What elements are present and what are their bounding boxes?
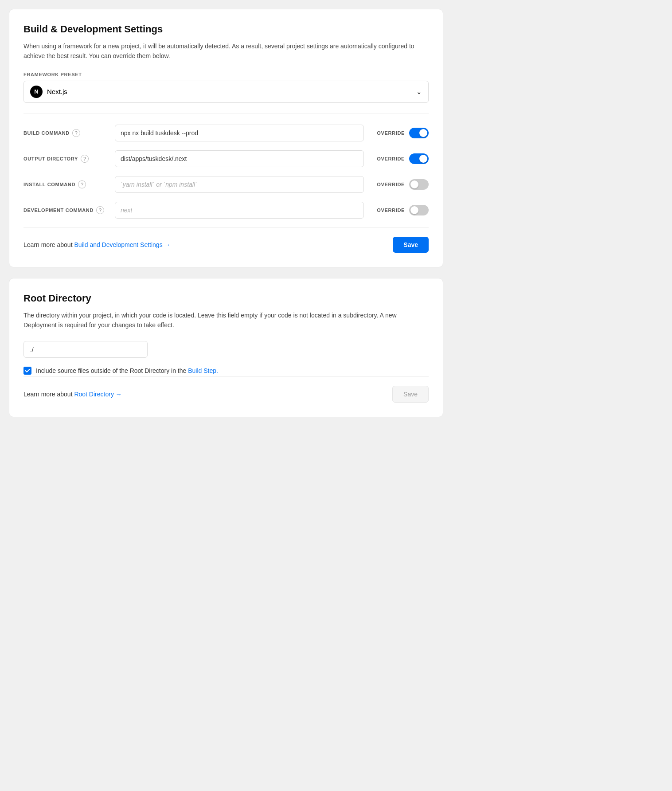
root-directory-learn-more-link[interactable]: Root Directory → <box>74 391 121 398</box>
checkmark-icon <box>25 368 30 373</box>
build-command-override-label: OVERRIDE <box>377 130 405 136</box>
development-command-label: DEVELOPMENT COMMAND <box>23 208 94 213</box>
development-command-row: DEVELOPMENT COMMAND ? OVERRIDE <box>23 202 429 219</box>
build-command-label-group: BUILD COMMAND ? <box>23 129 108 137</box>
output-directory-help-icon[interactable]: ? <box>81 155 89 163</box>
settings-rows: BUILD COMMAND ? OVERRIDE OUTPUT DIRECTOR… <box>23 125 429 219</box>
install-command-row: INSTALL COMMAND ? OVERRIDE <box>23 176 429 193</box>
output-directory-row: OUTPUT DIRECTORY ? OVERRIDE <box>23 150 429 167</box>
checkbox-text: Include source files outside of the Root… <box>36 367 188 374</box>
development-command-override-group: OVERRIDE <box>371 205 429 215</box>
include-source-checkbox[interactable] <box>23 367 31 375</box>
install-command-label-group: INSTALL COMMAND ? <box>23 180 108 188</box>
development-command-toggle-thumb <box>410 206 418 214</box>
build-dev-card: Build & Development Settings When using … <box>9 9 443 267</box>
install-command-help-icon[interactable]: ? <box>78 180 86 188</box>
development-command-label-group: DEVELOPMENT COMMAND ? <box>23 206 108 214</box>
build-command-input[interactable] <box>115 125 364 141</box>
development-command-override-label: OVERRIDE <box>377 208 405 213</box>
output-directory-label-group: OUTPUT DIRECTORY ? <box>23 155 108 163</box>
build-dev-description: When using a framework for a new project… <box>23 41 429 61</box>
build-dev-learn-more: Learn more about Build and Development S… <box>23 241 171 249</box>
build-step-link[interactable]: Build Step. <box>188 367 218 374</box>
development-command-help-icon[interactable]: ? <box>96 206 104 214</box>
root-directory-learn-more: Learn more about Root Directory → <box>23 390 122 398</box>
build-command-toggle-thumb <box>419 129 427 137</box>
build-dev-title: Build & Development Settings <box>23 23 429 35</box>
install-command-override-label: OVERRIDE <box>377 182 405 187</box>
install-command-toggle-thumb <box>410 180 418 188</box>
root-directory-card: Root Directory The directory within your… <box>9 278 443 417</box>
install-command-toggle[interactable] <box>409 179 429 190</box>
build-command-toggle[interactable] <box>409 128 429 138</box>
framework-preset-field: FRAMEWORK PRESET N Next.js ⌄ <box>23 72 429 103</box>
root-directory-learn-more-text: Learn more about <box>23 391 74 398</box>
build-command-help-icon[interactable]: ? <box>72 129 80 137</box>
build-command-row: BUILD COMMAND ? OVERRIDE <box>23 125 429 141</box>
output-directory-toggle-thumb <box>419 155 427 163</box>
root-directory-title: Root Directory <box>23 293 429 304</box>
build-dev-footer: Learn more about Build and Development S… <box>23 227 429 253</box>
development-command-input[interactable] <box>115 202 364 219</box>
framework-value: Next.js <box>47 88 67 95</box>
nextjs-icon: N <box>30 86 43 98</box>
output-directory-toggle[interactable] <box>409 153 429 164</box>
root-directory-save-button: Save <box>392 386 429 403</box>
development-command-toggle[interactable] <box>409 205 429 215</box>
output-directory-label: OUTPUT DIRECTORY <box>23 156 78 161</box>
checkbox-label: Include source files outside of the Root… <box>36 367 218 374</box>
build-dev-learn-more-link[interactable]: Build and Development Settings → <box>74 241 170 248</box>
chevron-down-icon: ⌄ <box>416 88 422 96</box>
root-directory-description: The directory within your project, in wh… <box>23 310 429 330</box>
root-directory-footer: Learn more about Root Directory → Save <box>23 376 429 403</box>
output-directory-override-label: OVERRIDE <box>377 156 405 161</box>
framework-preset-select[interactable]: N Next.js ⌄ <box>23 81 429 103</box>
build-dev-save-button[interactable]: Save <box>393 237 429 253</box>
framework-left: N Next.js <box>30 86 67 98</box>
build-command-label: BUILD COMMAND <box>23 130 70 136</box>
install-command-label: INSTALL COMMAND <box>23 182 75 187</box>
install-command-input[interactable] <box>115 176 364 193</box>
output-directory-override-group: OVERRIDE <box>371 153 429 164</box>
root-directory-input[interactable] <box>23 341 148 358</box>
build-command-override-group: OVERRIDE <box>371 128 429 138</box>
divider <box>23 114 429 114</box>
install-command-override-group: OVERRIDE <box>371 179 429 190</box>
output-directory-input[interactable] <box>115 150 364 167</box>
checkbox-row: Include source files outside of the Root… <box>23 367 429 375</box>
build-dev-learn-more-text: Learn more about <box>23 241 74 248</box>
framework-preset-label: FRAMEWORK PRESET <box>23 72 429 77</box>
